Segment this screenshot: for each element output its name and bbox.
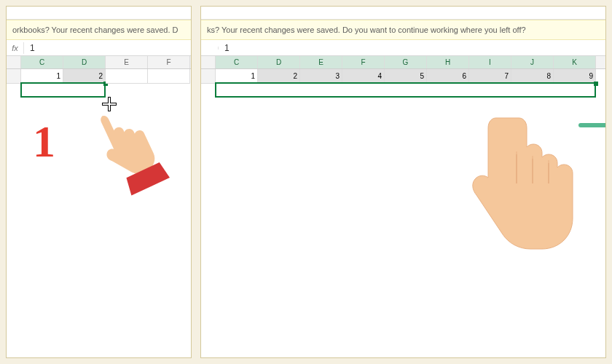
- recovery-banner: ks? Your recent changes were saved. Do y…: [201, 20, 605, 40]
- formula-bar: fx 1: [7, 40, 191, 56]
- fx-label: fx: [7, 42, 24, 54]
- select-all-corner[interactable]: [7, 56, 21, 68]
- fill-handle[interactable]: [594, 82, 598, 86]
- selection-outline: [20, 82, 106, 98]
- cell[interactable]: 9: [554, 69, 596, 84]
- col-header-e[interactable]: E: [106, 56, 148, 68]
- fill-cursor-icon: [101, 96, 117, 115]
- cell[interactable]: 3: [300, 69, 342, 84]
- col-header[interactable]: D: [258, 56, 300, 68]
- col-header[interactable]: E: [300, 56, 342, 68]
- step-number-1: 1: [33, 116, 55, 167]
- formula-bar: 1: [201, 40, 605, 56]
- cell[interactable]: [148, 69, 190, 84]
- toolbar-stub: [201, 7, 605, 20]
- recovery-banner: orkbooks? Your recent changes were saved…: [7, 20, 191, 40]
- col-header[interactable]: C: [216, 56, 258, 68]
- cell[interactable]: 8: [511, 69, 554, 84]
- formula-value[interactable]: 1: [219, 43, 230, 53]
- cell[interactable]: 5: [385, 69, 427, 84]
- cell[interactable]: 4: [342, 69, 385, 84]
- select-all-corner[interactable]: [201, 56, 216, 68]
- toolbar-stub: [7, 7, 191, 20]
- arrow-right-icon: [578, 116, 606, 138]
- col-header[interactable]: I: [469, 56, 511, 68]
- fx-label: [201, 47, 219, 50]
- svg-rect-3: [103, 103, 116, 105]
- col-header[interactable]: F: [342, 56, 385, 68]
- step-2-panel: ks? Your recent changes were saved. Do y…: [200, 6, 606, 358]
- spreadsheet-grid[interactable]: C D E F G H I J K 1 2 3 4 5 6 7 8 9: [201, 56, 605, 84]
- cell[interactable]: 6: [427, 69, 469, 84]
- col-header-f[interactable]: F: [148, 56, 190, 68]
- column-headers: C D E F G H I J K: [201, 56, 605, 69]
- formula-value[interactable]: 1: [24, 43, 35, 53]
- selection-outline: [215, 82, 596, 98]
- column-headers: C D E F: [7, 56, 191, 69]
- col-header[interactable]: K: [554, 56, 596, 68]
- col-header-c[interactable]: C: [21, 56, 63, 68]
- drag-hand-icon: [445, 112, 584, 290]
- svg-rect-2: [109, 98, 110, 111]
- cell[interactable]: 1: [216, 69, 258, 84]
- cell[interactable]: 2: [258, 69, 300, 84]
- row-header[interactable]: [201, 69, 216, 84]
- table-row: 1 2: [7, 69, 191, 84]
- col-header-d[interactable]: D: [63, 56, 106, 68]
- spreadsheet-grid[interactable]: C D E F 1 2: [7, 56, 191, 84]
- step-1-panel: orkbooks? Your recent changes were saved…: [6, 6, 192, 358]
- svg-rect-1: [102, 103, 117, 106]
- pointing-hand-icon: [69, 94, 176, 213]
- table-row: 1 2 3 4 5 6 7 8 9: [201, 69, 605, 84]
- cell[interactable]: [106, 69, 148, 84]
- cell[interactable]: 2: [63, 69, 106, 84]
- svg-rect-0: [108, 97, 111, 111]
- col-header[interactable]: H: [427, 56, 469, 68]
- col-header[interactable]: J: [511, 56, 554, 68]
- cell[interactable]: 1: [21, 69, 63, 84]
- col-header[interactable]: G: [385, 56, 427, 68]
- row-header[interactable]: [7, 69, 21, 84]
- cell[interactable]: 7: [469, 69, 511, 84]
